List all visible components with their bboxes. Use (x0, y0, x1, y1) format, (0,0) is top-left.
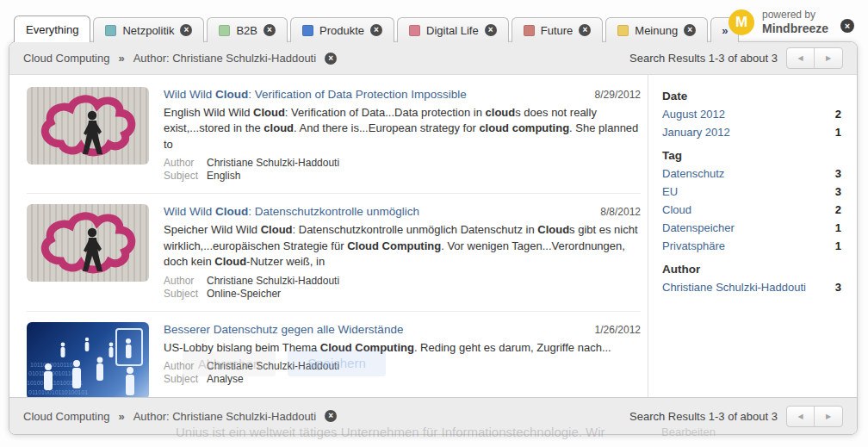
facet-label: Cloud (662, 203, 691, 216)
breadcrumb-filter[interactable]: Author: Christiane Schulzki-Haddouti (133, 52, 316, 65)
tab-label: Meinung (635, 24, 678, 37)
tab-produkte[interactable]: Produkte× (290, 17, 394, 42)
facet-count: 3 (835, 281, 841, 294)
result-date: 1/26/2012 (595, 324, 641, 336)
prev-page-button[interactable]: ◀ (787, 48, 815, 68)
result-metadata: AuthorChristiane Schulzki-HaddoutiSubjec… (164, 360, 641, 385)
facet-label: August 2012 (662, 108, 725, 121)
result-item: Wild Wild Cloud: Datenschutzkontrolle un… (27, 194, 641, 311)
result-title-link[interactable]: Wild Wild Cloud: Verification of Data Pr… (164, 88, 467, 101)
breadcrumb-bottom: Cloud Computing » Author: Christiane Sch… (23, 410, 337, 423)
result-snippet: US-Lobby bislang beim Thema Cloud Comput… (164, 340, 641, 356)
results-status: Search Results 1-3 of about 3 (629, 52, 778, 65)
facet-label: Datenschutz (662, 167, 724, 180)
search-results-widget: Cloud Computing » Author: Christiane Sch… (9, 41, 858, 435)
close-widget-icon[interactable]: × (840, 19, 854, 33)
powered-by-label: powered by (762, 9, 828, 22)
result-metadata: AuthorChristiane Schulzki-HaddoutiSubjec… (164, 157, 641, 182)
result-title-link[interactable]: Besserer Datenschutz gegen alle Widerstä… (164, 323, 403, 336)
tab-netzpolitik[interactable]: Netzpolitik× (93, 17, 204, 42)
top-bar: Cloud Computing » Author: Christiane Sch… (9, 42, 857, 75)
facet-item[interactable]: Datenschutz3 (662, 165, 841, 183)
tab-close-icon[interactable]: × (180, 24, 192, 36)
tab-future[interactable]: Future× (512, 17, 604, 42)
tab-label: Future (541, 24, 574, 37)
meta-label-subject: Subject (164, 170, 207, 182)
result-date: 8/29/2012 (595, 89, 641, 101)
result-date: 8/8/2012 (600, 206, 641, 218)
tab-digital-life[interactable]: Digital Life× (397, 17, 509, 42)
facet-item[interactable]: January 20121 (662, 123, 841, 141)
tab-meinung[interactable]: Meinung× (605, 17, 708, 42)
facet-item[interactable]: August 20122 (662, 105, 841, 123)
meta-value-subject: Online-Speicher (207, 288, 281, 300)
result-thumbnail-cloud-graffiti[interactable] (27, 87, 149, 165)
tab-close-icon[interactable]: × (579, 24, 591, 36)
brand-name: Mindbreeze (762, 22, 828, 35)
bottom-bar: Cloud Computing » Author: Christiane Sch… (9, 397, 857, 434)
facet-label: January 2012 (662, 126, 730, 139)
tab-close-icon[interactable]: × (684, 24, 696, 36)
tab-label: B2B (236, 24, 257, 37)
facet-item[interactable]: Privatsphäre1 (662, 237, 841, 255)
breadcrumb-root[interactable]: Cloud Computing (23, 410, 109, 423)
remove-filter-icon[interactable]: × (325, 410, 337, 422)
tab-label: Everything (26, 23, 78, 36)
tab-color-swatch (302, 25, 313, 36)
meta-label-author: Author (164, 275, 207, 287)
facet-count: 1 (835, 221, 841, 234)
result-metadata: AuthorChristiane Schulzki-HaddoutiSubjec… (164, 275, 641, 300)
breadcrumb-filter[interactable]: Author: Christiane Schulzki-Haddouti (133, 410, 316, 423)
results-status: Search Results 1-3 of about 3 (629, 410, 778, 423)
tab-everything[interactable]: Everything (14, 16, 90, 42)
facet-item[interactable]: EU3 (662, 183, 841, 201)
breadcrumb-root[interactable]: Cloud Computing (23, 52, 109, 65)
remove-filter-icon[interactable]: × (325, 53, 337, 65)
facet-item[interactable]: Cloud2 (662, 201, 841, 219)
tab-close-icon[interactable]: × (264, 24, 276, 36)
breadcrumb-separator: » (118, 52, 124, 65)
tab-label: » (722, 24, 728, 37)
next-page-button[interactable]: ▶ (815, 407, 842, 426)
result-title-link[interactable]: Wild Wild Cloud: Datenschutzkontrolle un… (164, 205, 419, 218)
prev-page-button[interactable]: ◀ (787, 407, 815, 426)
result-item: Wild Wild Cloud: Verification of Data Pr… (27, 77, 641, 194)
facet-label: EU (662, 185, 678, 198)
result-item: 1011010010110101011010010110101010010110… (27, 312, 641, 397)
pager: ◀ ▶ (786, 47, 843, 69)
next-page-button[interactable]: ▶ (815, 48, 842, 68)
breadcrumb: Cloud Computing » Author: Christiane Sch… (23, 52, 337, 65)
facet-label: Christiane Schulzki-Haddouti (662, 281, 806, 294)
tab-color-swatch (219, 25, 230, 36)
result-thumbnail-digital-people[interactable]: 1011010010110101011010010110101010010110… (27, 322, 149, 397)
tab-label: Produkte (319, 24, 364, 37)
digital-people-image: 1011010010110101011010010110101010010110… (27, 322, 149, 397)
mindbreeze-logo-icon: M (728, 9, 754, 35)
tab-b2b[interactable]: B2B× (207, 17, 288, 42)
results-list: Wild Wild Cloud: Verification of Data Pr… (9, 75, 648, 397)
facet-group-title-date: Date (662, 90, 841, 102)
meta-value-subject: Analyse (207, 373, 244, 385)
facet-count: 2 (835, 203, 841, 216)
facet-item[interactable]: Christiane Schulzki-Haddouti3 (662, 278, 841, 296)
tab-color-swatch (105, 25, 116, 36)
facet-label: Privatsphäre (662, 239, 725, 252)
meta-label-subject: Subject (164, 373, 207, 385)
tab-label: Digital Life (426, 24, 479, 37)
tab-color-swatch (524, 25, 535, 36)
facet-group-title-author: Author (662, 263, 841, 276)
result-thumbnail-cloud-graffiti[interactable] (27, 204, 149, 282)
facet-count: 3 (835, 185, 841, 198)
meta-label-author: Author (164, 360, 207, 372)
branding: M powered by Mindbreeze (728, 9, 828, 35)
tab-strip: Everything Netzpolitik×B2B×Produkte×Digi… (14, 16, 741, 42)
facet-count: 3 (835, 167, 841, 180)
tab-close-icon[interactable]: × (485, 24, 497, 36)
meta-label-subject: Subject (164, 288, 207, 300)
meta-value-author: Christiane Schulzki-Haddouti (207, 360, 339, 372)
facet-item[interactable]: Datenspeicher1 (662, 219, 841, 237)
tab-close-icon[interactable]: × (370, 24, 382, 36)
result-snippet: English Wild Wild Cloud: Verification of… (164, 105, 641, 152)
svg-text:011010010110100101: 011010010110100101 (28, 389, 88, 395)
facet-count: 1 (835, 126, 841, 139)
